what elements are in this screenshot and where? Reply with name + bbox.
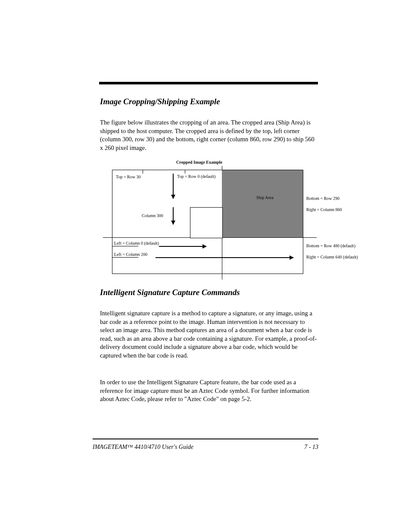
label-top-row30: Top = Row 30 (116, 174, 140, 179)
paragraph-signature-1: Intelligent signature capture is a metho… (100, 309, 319, 360)
arrow-down-icon (173, 174, 174, 199)
ship-area (222, 170, 303, 237)
label-ship-area: Ship Area (256, 195, 274, 200)
crop-diagram: Top = Row 30 Top = Row 0 (default) Colum… (112, 170, 303, 274)
axis-tick (103, 237, 112, 238)
page: Image Cropping/Shipping Example The figu… (0, 0, 411, 532)
label-bottom-row290: Bottom = Row 290 (306, 196, 339, 201)
arrow-right-icon (159, 246, 206, 247)
label-top-row0: Top = Row 0 (default) (177, 174, 215, 179)
horizontal-rule-bottom (93, 439, 318, 439)
heading-cropping: Image Cropping/Shipping Example (100, 97, 220, 106)
heading-signature: Intelligent Signature Capture Commands (100, 288, 240, 297)
tick (112, 246, 138, 246)
label-bottom-row480: Bottom = Row 480 (default) (306, 243, 355, 248)
footer-left: IMAGETEAM™ 4410/4710 User's Guide (93, 444, 193, 451)
label-left-col200: Left = Column 200 (114, 252, 147, 257)
arrow-right-icon (156, 257, 293, 258)
horizontal-rule-top (99, 82, 318, 84)
paragraph-signature-2: In order to use the Intelligent Signatur… (100, 378, 319, 404)
arrow-down-icon (173, 207, 174, 224)
tick (112, 257, 138, 258)
paragraph-cropping: The figure below illustrates the croppin… (100, 118, 319, 152)
label-right-col640: Right = Column 640 (default) (306, 255, 358, 259)
diagram-title: Cropped Image Example (176, 160, 222, 165)
tick (143, 170, 143, 174)
footer-right: 7 - 13 (304, 444, 318, 451)
inner-box (190, 207, 223, 238)
axis-tick (222, 274, 222, 280)
axis-tick (303, 237, 317, 238)
axis-tick (222, 166, 222, 170)
tick (185, 170, 185, 174)
label-column-300: Column 300 (142, 213, 163, 218)
label-left-col0: Left = Column 0 (default) (114, 241, 159, 246)
label-right-col860: Right = Column 860 (306, 207, 342, 212)
